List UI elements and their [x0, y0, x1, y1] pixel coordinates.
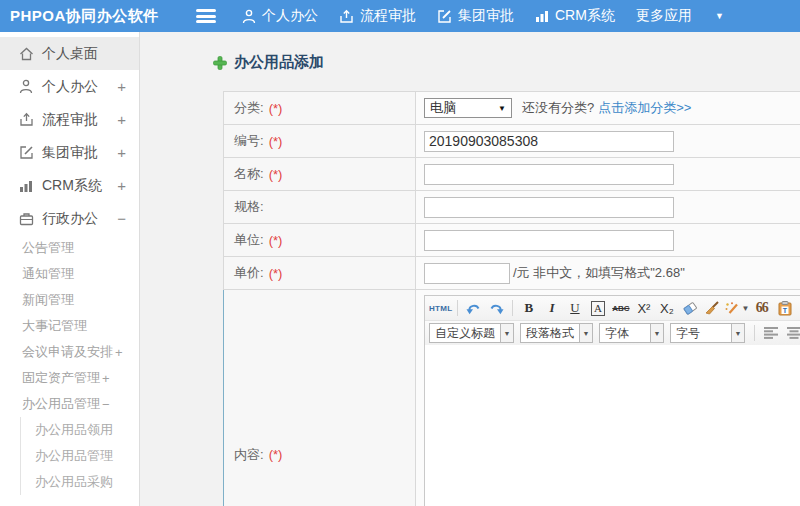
dropdown-arrow-icon: ▼: [579, 324, 592, 342]
sidebar-item-group-approval[interactable]: 集团审批 +: [0, 136, 139, 169]
label-text: 单价:: [234, 264, 264, 282]
font-size-dropdown[interactable]: 字号 ▼: [670, 323, 745, 343]
sidebar-item-flow-approval[interactable]: 流程审批 +: [0, 103, 139, 136]
align-left-icon[interactable]: [760, 323, 781, 343]
dropdown-arrow-icon: ▼: [731, 324, 744, 342]
format-brush-icon[interactable]: [702, 298, 723, 318]
spec-input[interactable]: [424, 197, 674, 218]
expand-icon[interactable]: +: [117, 111, 126, 128]
char-border-icon[interactable]: A: [587, 298, 608, 318]
sidebar-item-desktop[interactable]: 个人桌面: [0, 37, 139, 70]
add-category-link[interactable]: 点击添加分类>>: [598, 99, 691, 117]
nav-more-apps[interactable]: 更多应用: [636, 7, 692, 25]
nav-personal-office[interactable]: 个人办公: [242, 7, 318, 25]
sidebar-item-label: 办公用品采购: [35, 473, 113, 491]
form-row-category: 分类: (*) 电脑 ▼ 还没有分类? 点击添加分类>>: [223, 92, 800, 125]
eraser-icon[interactable]: [679, 298, 700, 318]
nav-label: 流程审批: [360, 7, 416, 25]
form-row-unit: 单位: (*): [223, 224, 800, 257]
svg-text:T: T: [783, 306, 788, 313]
field-label: 内容: (*): [224, 290, 416, 506]
home-icon: [18, 47, 34, 61]
top-navigation: 个人办公 流程审批 集团审批 CRM系统 更多应用 ▼: [196, 0, 724, 32]
expand-icon[interactable]: +: [115, 345, 123, 360]
expand-icon[interactable]: +: [102, 371, 110, 386]
field-value: [416, 224, 800, 256]
edit-icon: [437, 9, 452, 24]
paste-text-icon[interactable]: T: [774, 298, 795, 318]
main-content: 办公用品添加 分类: (*) 电脑 ▼ 还没有分类? 点击添加分类>> 编号: …: [140, 32, 800, 506]
redo-icon[interactable]: [486, 298, 507, 318]
sidebar-item-memorabilia[interactable]: 大事记管理: [0, 313, 139, 339]
custom-title-dropdown[interactable]: 自定义标题 ▼: [429, 323, 514, 343]
sidebar-item-news[interactable]: 新闻管理: [0, 287, 139, 313]
sidebar-item-label: 行政办公: [42, 210, 98, 228]
chart-icon: [18, 179, 34, 193]
sidebar-item-personal-office[interactable]: 个人办公 +: [0, 70, 139, 103]
name-input[interactable]: [424, 164, 674, 185]
sidebar-item-notices[interactable]: 通知管理: [0, 261, 139, 287]
code-input[interactable]: [424, 131, 674, 152]
category-select[interactable]: 电脑 ▼: [424, 98, 512, 118]
paragraph-format-dropdown[interactable]: 段落格式 ▼: [520, 323, 593, 343]
sidebar-item-office-supplies[interactable]: 办公用品管理 −: [0, 391, 139, 417]
page-title: 办公用品添加: [213, 53, 800, 72]
chart-icon: [535, 9, 549, 23]
nav-crm-system[interactable]: CRM系统: [535, 7, 615, 25]
sidebar-item-crm[interactable]: CRM系统 +: [0, 169, 139, 202]
nav-flow-approval[interactable]: 流程审批: [339, 7, 416, 25]
bold-icon[interactable]: B: [518, 298, 539, 318]
menu-toggle-icon[interactable]: [196, 9, 216, 23]
rich-text-editor: HTML B I U A ABC X²: [424, 295, 800, 506]
editor-content-area[interactable]: [425, 345, 800, 506]
expand-icon[interactable]: +: [117, 177, 126, 194]
flow-icon: [339, 9, 354, 24]
sidebar: 个人桌面 个人办公 + 流程审批 + 集团审批 + CRM系统 + 行政办公 −: [0, 32, 140, 506]
field-value: [416, 191, 800, 223]
blockquote-icon[interactable]: 66: [751, 298, 772, 318]
sidebar-item-supplies-claim[interactable]: 办公用品领用: [21, 417, 139, 443]
sidebar-item-supplies-purchase[interactable]: 办公用品采购: [21, 469, 139, 495]
font-family-dropdown[interactable]: 字体 ▼: [599, 323, 664, 343]
sidebar-item-label: 集团审批: [42, 144, 98, 162]
strikethrough-icon[interactable]: ABC: [610, 298, 631, 318]
italic-icon[interactable]: I: [541, 298, 562, 318]
html-source-button[interactable]: HTML: [429, 298, 452, 318]
align-center-icon[interactable]: [783, 323, 800, 343]
superscript-icon[interactable]: X²: [633, 298, 654, 318]
edit-icon: [18, 145, 34, 160]
subscript-icon[interactable]: X₂: [656, 298, 677, 318]
sidebar-item-admin-office[interactable]: 行政办公 −: [0, 202, 139, 235]
sidebar-item-announcements[interactable]: 公告管理: [0, 235, 139, 261]
app-logo[interactable]: PHPOA协同办公软件: [10, 0, 159, 32]
nav-group-approval[interactable]: 集团审批: [437, 7, 514, 25]
form-row-name: 名称: (*): [223, 158, 800, 191]
auto-typeset-icon[interactable]: ▼: [725, 298, 749, 318]
form-row-spec: 规格:: [223, 191, 800, 224]
office-supplies-submenu: 办公用品领用 办公用品管理 办公用品采购: [20, 417, 139, 495]
expand-icon[interactable]: +: [117, 78, 126, 95]
label-text: 名称:: [234, 165, 264, 183]
sidebar-item-meetings[interactable]: 会议申请及安排+: [0, 339, 139, 365]
price-input[interactable]: [424, 263, 510, 284]
toolbar-separator: [457, 300, 458, 316]
unit-input[interactable]: [424, 230, 674, 251]
required-mark: (*): [269, 101, 283, 116]
field-value: [416, 125, 800, 157]
field-value: /元 非中文，如填写格式"2.68": [416, 257, 800, 289]
collapse-icon[interactable]: −: [102, 397, 110, 412]
field-label: 单位: (*): [224, 224, 416, 256]
sidebar-item-supplies-manage[interactable]: 办公用品管理: [21, 443, 139, 469]
caret-down-icon[interactable]: ▼: [715, 11, 724, 21]
collapse-icon[interactable]: −: [117, 210, 126, 227]
underline-icon[interactable]: U: [564, 298, 585, 318]
nav-label: 个人办公: [262, 7, 318, 25]
expand-icon[interactable]: +: [117, 144, 126, 161]
sidebar-item-label: 办公用品管理: [22, 395, 100, 413]
field-label: 规格:: [224, 191, 416, 223]
sidebar-item-fixed-assets[interactable]: 固定资产管理 +: [0, 365, 139, 391]
admin-office-submenu: 公告管理 通知管理 新闻管理 大事记管理 会议申请及安排+ 固定资产管理 + 办…: [0, 235, 139, 495]
undo-icon[interactable]: [463, 298, 484, 318]
editor-toolbar-row2: 自定义标题 ▼ 段落格式 ▼ 字体 ▼ 字号 ▼: [425, 321, 800, 345]
field-label: 名称: (*): [224, 158, 416, 190]
